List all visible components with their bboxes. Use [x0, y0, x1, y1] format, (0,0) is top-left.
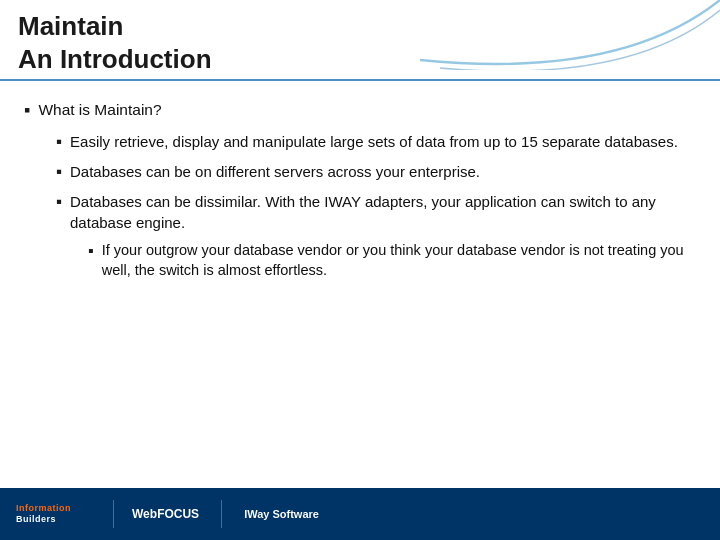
bullet-icon-l2-1: ▪: [56, 160, 62, 184]
bullet-text-l1-0: What is Maintain?: [38, 99, 696, 121]
footer-logo-top: Information: [16, 503, 71, 514]
bullet-l2-2: ▪ Databases can be dissimilar. With the …: [24, 191, 696, 233]
bullet-l3-0: ▪ If your outgrow your database vendor o…: [24, 240, 696, 281]
bullet-l2-1: ▪ Databases can be on different servers …: [24, 161, 696, 184]
bullet-icon-l1-0: ▪: [24, 98, 30, 123]
footer-divider: [113, 500, 114, 528]
footer-product-label: WebFOCUS: [132, 507, 199, 521]
footer-divider2: [221, 500, 222, 528]
bullet-l1-0: ▪ What is Maintain?: [24, 99, 696, 123]
bullet-text-l2-1: Databases can be on different servers ac…: [70, 161, 696, 182]
bullet-icon-l2-2: ▪: [56, 190, 62, 214]
bullet-icon-l2-0: ▪: [56, 130, 62, 154]
header: Maintain An Introduction: [0, 0, 720, 81]
bullet-l2-0: ▪ Easily retrieve, display and manipulat…: [24, 131, 696, 154]
bullet-text-l2-2: Databases can be dissimilar. With the IW…: [70, 191, 696, 233]
slide: Maintain An Introduction ▪ What is Maint…: [0, 0, 720, 540]
arc-decoration: [420, 0, 720, 70]
bullet-text-l2-0: Easily retrieve, display and manipulate …: [70, 131, 696, 152]
footer-logo-bottom: Builders: [16, 514, 71, 525]
footer: Information Builders WebFOCUS IWay Softw…: [0, 488, 720, 540]
bullet-icon-l3-0: ▪: [88, 240, 94, 262]
bullet-text-l3-0: If your outgrow your database vendor or …: [102, 240, 696, 281]
footer-iway-label: IWay Software: [244, 508, 319, 520]
footer-logo: Information Builders: [16, 503, 71, 525]
content-area: ▪ What is Maintain? ▪ Easily retrieve, d…: [0, 81, 720, 295]
